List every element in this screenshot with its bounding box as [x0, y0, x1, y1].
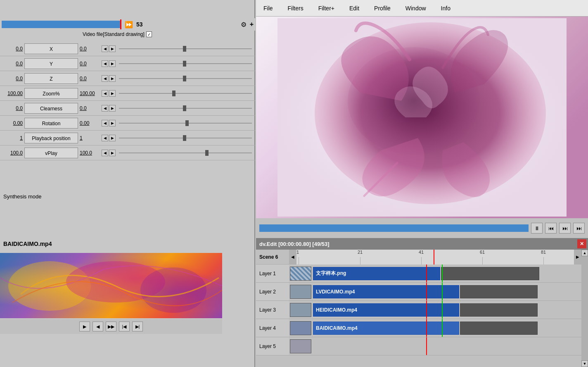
bottom-prev-btn[interactable]: ⏮: [545, 223, 557, 234]
layer-5-playhead: [426, 337, 427, 355]
scroll-left-btn[interactable]: ◀: [289, 250, 296, 265]
ruler-line-61: [482, 257, 483, 265]
ruler-line-41: [421, 257, 422, 265]
z-left-val[interactable]: 0.0: [2, 76, 24, 81]
timeline-layer-3: HEIDICAIMO.mp4: [289, 301, 581, 319]
scroll-up-btn[interactable]: ▲: [581, 250, 588, 256]
ruler-mark-1: 1: [296, 250, 299, 255]
clearness-arrows: ◀ ▶: [102, 105, 116, 112]
vplay-right-val[interactable]: 100.0: [78, 150, 101, 156]
goto-start-btn[interactable]: |◀: [119, 322, 130, 331]
y-left-val[interactable]: 0.0: [2, 61, 24, 67]
ruler-line-1: [299, 257, 299, 265]
ruler-mark-81: 81: [541, 250, 546, 255]
zoom-slider[interactable]: [119, 90, 252, 97]
x-label-btn[interactable]: X: [24, 43, 78, 54]
frame-count: 53: [136, 21, 143, 28]
menu-info[interactable]: Info: [438, 3, 454, 13]
layer-3-playhead: [426, 301, 427, 319]
playback-label-btn[interactable]: Playback position: [24, 133, 78, 143]
y-slider[interactable]: [119, 60, 252, 67]
bottom-pause-btn[interactable]: ⏸: [531, 223, 543, 234]
vplay-arrow-left[interactable]: ◀: [102, 150, 108, 156]
video-file-checkbox[interactable]: ✓: [146, 31, 152, 37]
x-left-val[interactable]: 0.0: [2, 46, 24, 52]
vplay-label-btn[interactable]: vPlay: [24, 148, 78, 158]
playback-right-val[interactable]: 1: [78, 135, 101, 141]
playback-slider[interactable]: [119, 134, 252, 142]
timeline-layer-2: LVDICAIMO.mp4: [289, 283, 581, 301]
zoom-arrow-left[interactable]: ◀: [102, 90, 108, 97]
rotation-right-val[interactable]: 0.00: [78, 120, 101, 126]
goto-end-btn[interactable]: ▶|: [132, 322, 143, 331]
menu-profile[interactable]: Profile: [371, 3, 394, 13]
x-arrow-right[interactable]: ▶: [109, 45, 116, 52]
vplay-arrow-right[interactable]: ▶: [109, 150, 116, 156]
clearness-label-btn[interactable]: Clearness: [24, 103, 78, 114]
y-arrow-left[interactable]: ◀: [102, 60, 108, 67]
playback-left-val[interactable]: 1: [2, 135, 24, 141]
y-arrow-right[interactable]: ▶: [109, 60, 116, 67]
clearness-right-val[interactable]: 0.0: [78, 105, 101, 111]
menu-filterplus[interactable]: Filter+: [315, 3, 338, 13]
bottom-start-btn[interactable]: ⏭: [573, 223, 585, 234]
zoom-label-btn[interactable]: Zoom%: [24, 88, 78, 99]
zoom-right-val[interactable]: 100.00: [78, 91, 101, 96]
progress-bar[interactable]: [2, 21, 121, 28]
plus-btn[interactable]: +: [250, 21, 254, 28]
fast-forward-btn[interactable]: ⏩: [125, 21, 133, 29]
z-slider[interactable]: [119, 75, 252, 82]
vplay-left-val[interactable]: 100.0: [2, 150, 24, 156]
playback-arrow-left[interactable]: ◀: [102, 135, 108, 141]
scene-label: Scene 6: [256, 250, 289, 265]
vplay-slider[interactable]: [119, 149, 252, 157]
clearness-slider[interactable]: [119, 105, 252, 112]
close-btn[interactable]: ✕: [577, 239, 586, 248]
layer-1-clip[interactable]: 文字样本.png: [313, 267, 440, 280]
playhead[interactable]: [434, 250, 434, 265]
zoom-left-val[interactable]: 100.00: [2, 91, 24, 96]
timecode-text: dv.Edit [00:00:00.80] [49/53]: [259, 241, 330, 247]
playback-arrows: ◀ ▶: [102, 135, 116, 141]
rotation-left-val[interactable]: 0.00: [2, 120, 24, 126]
layer-2-clip[interactable]: LVDICAIMO.mp4: [313, 285, 459, 298]
playback-arrow-right[interactable]: ▶: [109, 135, 116, 141]
prev-frame-btn[interactable]: ◀: [92, 322, 103, 331]
z-right-val[interactable]: 0.0: [78, 76, 101, 81]
layer-4-thumb: [290, 321, 311, 335]
top-timeline-bar: ⏩ 53 ⚙ +: [0, 18, 255, 31]
y-label-btn[interactable]: Y: [24, 58, 78, 69]
menu-filters[interactable]: Filters: [285, 3, 307, 13]
clearness-left-val[interactable]: 0.0: [2, 105, 24, 111]
next-frame-btn[interactable]: ▶▶: [106, 322, 116, 331]
x-slider[interactable]: [119, 45, 252, 52]
gear-icon[interactable]: ⚙: [241, 21, 247, 29]
rotation-slider[interactable]: [119, 119, 252, 127]
menu-window[interactable]: Window: [402, 3, 429, 13]
play-btn[interactable]: ▶: [79, 322, 90, 331]
rotation-arrow-right[interactable]: ▶: [109, 120, 116, 126]
z-label-btn[interactable]: Z: [24, 73, 78, 84]
clearness-arrow-left[interactable]: ◀: [102, 105, 108, 112]
layer-3-clip[interactable]: HEIDICAIMO.mp4: [313, 303, 459, 317]
scroll-down-btn[interactable]: ▼: [581, 360, 588, 367]
x-arrow-left[interactable]: ◀: [102, 45, 108, 52]
clearness-arrow-right[interactable]: ▶: [109, 105, 116, 112]
param-row-rotation: 0.00 Rotation 0.00 ◀ ▶: [0, 116, 255, 131]
z-arrow-left[interactable]: ◀: [102, 75, 108, 82]
bottom-progress-bar[interactable]: [259, 224, 529, 232]
menu-file[interactable]: File: [260, 3, 276, 13]
bottom-next-btn[interactable]: ⏭: [559, 223, 571, 234]
menu-edit[interactable]: Edit: [346, 3, 363, 13]
x-right-val[interactable]: 0.0: [78, 46, 101, 52]
timeline-scroll-row: ◀ 1 21 41 61 81 ▶: [289, 250, 581, 265]
y-right-val[interactable]: 0.0: [78, 61, 101, 67]
scroll-right-btn[interactable]: ▶: [574, 250, 581, 265]
layer-4-clip[interactable]: BAIDICAIMO.mp4: [313, 322, 459, 335]
zoom-arrow-right[interactable]: ▶: [109, 90, 116, 97]
z-arrow-right[interactable]: ▶: [109, 75, 116, 82]
rotation-arrow-left[interactable]: ◀: [102, 120, 108, 126]
layer-1-clip-ext: [441, 267, 539, 280]
vplay-arrows: ◀ ▶: [102, 150, 116, 156]
rotation-label-btn[interactable]: Rotation: [24, 118, 78, 129]
